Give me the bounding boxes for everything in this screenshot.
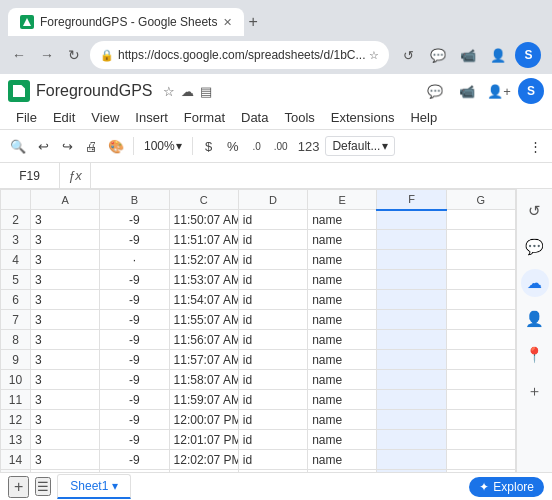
sidebar-chat-icon[interactable]: 💬 — [521, 233, 549, 261]
cell-d[interactable]: id — [238, 410, 307, 430]
cell-g[interactable] — [446, 390, 515, 410]
extensions-icon[interactable]: 🧩 — [545, 42, 552, 68]
cell-g[interactable] — [446, 330, 515, 350]
refresh-button[interactable]: ↻ — [64, 42, 84, 68]
cell-b[interactable]: -9 — [100, 430, 169, 450]
cell-d[interactable]: id — [238, 230, 307, 250]
cell-f[interactable] — [377, 210, 446, 230]
cell-a[interactable]: 3 — [31, 270, 100, 290]
url-box[interactable]: 🔒 https://docs.google.com/spreadsheets/d… — [90, 41, 389, 69]
menu-insert[interactable]: Insert — [127, 106, 176, 129]
cell-f[interactable] — [377, 350, 446, 370]
cell-e[interactable]: name — [308, 330, 377, 350]
cell-e[interactable]: name — [308, 410, 377, 430]
col-header-d[interactable]: D — [238, 190, 307, 210]
cell-a[interactable]: 3 — [31, 210, 100, 230]
cell-e[interactable]: name — [308, 250, 377, 270]
col-header-a[interactable]: A — [31, 190, 100, 210]
cell-e[interactable]: name — [308, 210, 377, 230]
sidebar-maps-icon[interactable]: 📍 — [521, 341, 549, 369]
cell-c[interactable]: 12:02:07 PM — [169, 450, 238, 470]
cell-e[interactable]: name — [308, 450, 377, 470]
cell-e[interactable]: name — [308, 270, 377, 290]
cell-c[interactable]: 11:52:07 AM — [169, 250, 238, 270]
cell-e[interactable]: name — [308, 230, 377, 250]
sheets-list-button[interactable]: ☰ — [35, 477, 51, 496]
cell-d[interactable]: id — [238, 370, 307, 390]
cell-c[interactable]: 11:54:07 AM — [169, 290, 238, 310]
cell-b[interactable]: -9 — [100, 330, 169, 350]
chat-icon[interactable]: 💬 — [425, 42, 451, 68]
cell-c[interactable]: 12:01:07 PM — [169, 430, 238, 450]
cell-c[interactable]: 11:50:07 AM — [169, 210, 238, 230]
sheet-tab-sheet1[interactable]: Sheet1 ▾ — [57, 474, 131, 499]
cell-f[interactable] — [377, 270, 446, 290]
cell-reference[interactable]: F19 — [0, 163, 60, 188]
cell-c[interactable]: 12:00:07 PM — [169, 410, 238, 430]
cell-c[interactable]: 11:55:07 AM — [169, 310, 238, 330]
sidebar-person-icon[interactable]: 👤 — [521, 305, 549, 333]
format-dropdown[interactable]: Default... ▾ — [325, 136, 395, 156]
bookmark-star-icon[interactable]: ☆ — [369, 49, 379, 62]
cell-a[interactable]: 3 — [31, 250, 100, 270]
col-header-e[interactable]: E — [308, 190, 377, 210]
cell-a[interactable]: 3 — [31, 230, 100, 250]
sidebar-add-icon[interactable]: ＋ — [521, 377, 549, 405]
cell-b[interactable]: -9 — [100, 290, 169, 310]
col-header-f[interactable]: F — [377, 190, 446, 210]
cell-a[interactable]: 3 — [31, 390, 100, 410]
history-icon[interactable]: ↺ — [395, 42, 421, 68]
video-icon[interactable]: 📹 — [455, 42, 481, 68]
menu-format[interactable]: Format — [176, 106, 233, 129]
paint-format-button[interactable]: 🎨 — [104, 133, 128, 159]
cell-g[interactable] — [446, 230, 515, 250]
cell-a[interactable]: 3 — [31, 310, 100, 330]
cell-b[interactable]: -9 — [100, 370, 169, 390]
cloud-icon[interactable]: ☁ — [181, 84, 194, 99]
sidebar-drive-icon[interactable]: ☁ — [521, 269, 549, 297]
cell-a[interactable]: 3 — [31, 290, 100, 310]
col-header-g[interactable]: G — [446, 190, 515, 210]
cell-a[interactable]: 3 — [31, 410, 100, 430]
menu-file[interactable]: File — [8, 106, 45, 129]
cell-g[interactable] — [446, 310, 515, 330]
explore-button[interactable]: ✦ Explore — [469, 477, 544, 497]
add-sheet-button[interactable]: + — [8, 476, 29, 498]
more-options-button[interactable]: ⋮ — [524, 133, 546, 159]
share-person-icon[interactable]: 👤+ — [486, 78, 512, 104]
cell-a[interactable]: 3 — [31, 430, 100, 450]
cell-g[interactable] — [446, 290, 515, 310]
search-button[interactable]: 🔍 — [6, 133, 30, 159]
cell-a[interactable]: 3 — [31, 370, 100, 390]
percent-button[interactable]: % — [222, 133, 244, 159]
redo-button[interactable]: ↪ — [56, 133, 78, 159]
cell-b[interactable]: -9 — [100, 450, 169, 470]
cell-f[interactable] — [377, 450, 446, 470]
undo-button[interactable]: ↩ — [32, 133, 54, 159]
cell-a[interactable]: 3 — [31, 450, 100, 470]
cell-g[interactable] — [446, 450, 515, 470]
cell-f[interactable] — [377, 370, 446, 390]
col-header-b[interactable]: B — [100, 190, 169, 210]
number-format-button[interactable]: 123 — [294, 133, 324, 159]
cell-f[interactable] — [377, 310, 446, 330]
cell-c[interactable]: 11:59:07 AM — [169, 390, 238, 410]
cell-d[interactable]: id — [238, 270, 307, 290]
currency-button[interactable]: $ — [198, 133, 220, 159]
zoom-selector[interactable]: 100% ▾ — [139, 136, 187, 156]
cell-g[interactable] — [446, 410, 515, 430]
cell-e[interactable]: name — [308, 290, 377, 310]
forward-button[interactable]: → — [36, 42, 58, 68]
cell-c[interactable]: 11:51:07 AM — [169, 230, 238, 250]
col-header-c[interactable]: C — [169, 190, 238, 210]
cell-g[interactable] — [446, 250, 515, 270]
cell-f[interactable] — [377, 430, 446, 450]
cell-b[interactable]: -9 — [100, 230, 169, 250]
cell-b[interactable]: -9 — [100, 390, 169, 410]
cell-f[interactable] — [377, 250, 446, 270]
cell-b[interactable]: -9 — [100, 210, 169, 230]
menu-data[interactable]: Data — [233, 106, 276, 129]
cell-b[interactable]: -9 — [100, 410, 169, 430]
cell-e[interactable]: name — [308, 350, 377, 370]
cell-f[interactable] — [377, 230, 446, 250]
